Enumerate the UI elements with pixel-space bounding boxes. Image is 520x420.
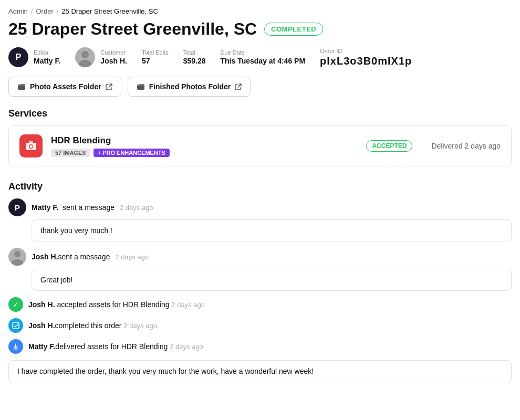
event-text-completed: Josh H.completed this order 2 days ago [28,321,157,330]
total-label: Total [183,49,206,56]
customer-avatar-2 [8,248,26,266]
customer-avatar [75,47,95,67]
delivered-icon [8,339,23,354]
breadcrumb: Admin / Order / 25 Draper Street Greenvi… [8,7,512,15]
page-title: 25 Draper Street Greenville, SC [8,19,257,39]
service-status-badge: ACCEPTED [366,140,412,152]
activity-time-2: 2 days ago [115,253,149,261]
tag-pro: + PRO ENHANCEMENTS [93,149,170,157]
finished-photos-folder-label: Finished Photos Folder [149,82,231,91]
customer-name: Josh H. [100,57,127,65]
total-edits-value: 57 [142,57,169,65]
activity-header-1: P Matty F. sent a message 2 days ago [8,198,512,216]
meta-row: P Editor Matty F. Customer Josh H. Tot [8,47,512,67]
editor-icon: P [8,47,28,67]
event-text-delivered: Matty F.delivered assets for HDR Blendin… [28,342,203,351]
order-id-label: Order ID [320,48,412,54]
svg-point-7 [30,145,33,148]
activity-section-title: Activity [8,181,512,192]
order-id-block: Order ID pIxL3o3B0mIX1p [320,48,412,67]
activity-bubble-delivered: I have completed the order, thank you ve… [8,360,512,382]
activity-item-1: P Matty F. sent a message 2 days ago tha… [8,198,512,242]
editor-name: Matty F. [34,57,60,65]
services-section-title: Services [8,108,512,119]
due-date-block: Due Date This Tuesday at 4:46 PM [221,49,306,65]
camera-icon [25,140,37,152]
service-icon-box [19,134,43,158]
external-link-icon-2 [235,83,242,90]
event-time-accepted: 2 days ago [171,301,205,309]
activity-sender-2: Josh H.sent a message [32,253,110,261]
event-item-accepted: ✓ Josh H. accepted assets for HDR Blendi… [8,297,512,312]
customer-block: Customer Josh H. [75,47,127,67]
total-edits-block: Total Edits 57 [142,49,169,65]
folder-icon [17,82,26,91]
svg-rect-13 [13,349,18,350]
status-badge: COMPLETED [264,23,323,36]
service-tags: 57 IMAGES + PRO ENHANCEMENTS [51,149,358,157]
activity-section: P Matty F. sent a message 2 days ago tha… [8,198,512,382]
editor-label: Editor [34,49,60,56]
folder-row: Photo Assets Folder Finished Photos Fold… [8,77,512,97]
tag-images: 57 IMAGES [51,149,90,157]
event-item-delivered: Matty F.delivered assets for HDR Blendin… [8,339,512,354]
activity-time-1: 2 days ago [120,204,153,212]
activity-item-2: Josh H.sent a message 2 days ago Great j… [8,248,512,291]
completed-icon [8,318,23,333]
delivered-svg-icon [12,343,19,350]
completed-svg-icon [12,322,19,329]
finished-photos-folder-button[interactable]: Finished Photos Folder [128,77,251,97]
total-edits-label: Total Edits [142,49,169,56]
service-delivered: Delivered 2 days ago [431,142,501,150]
activity-header-2: Josh H.sent a message 2 days ago [8,248,512,266]
service-name: HDR Blending [51,135,358,146]
activity-bubble-1: thank you very much ! [32,219,512,242]
editor-avatar-1: P [8,198,26,216]
total-value: $59.28 [183,57,206,65]
event-text-accepted: Josh H. accepted assets for HDR Blending… [28,300,205,309]
external-link-icon [106,83,112,90]
breadcrumb-sep2: / [57,7,59,15]
svg-point-1 [81,51,89,58]
total-block: Total $59.28 [183,49,206,65]
due-date-value: This Tuesday at 4:46 PM [221,57,306,65]
breadcrumb-sep1: / [31,7,33,15]
editor-block: P Editor Matty F. [8,47,60,67]
due-date-label: Due Date [221,49,306,56]
svg-rect-8 [29,141,33,143]
event-item-completed: Josh H.completed this order 2 days ago [8,318,512,333]
breadcrumb-admin[interactable]: Admin [8,7,28,15]
event-time-delivered: 2 days ago [170,343,203,351]
breadcrumb-order[interactable]: Order [36,7,53,15]
event-time-completed: 2 days ago [123,322,157,330]
photo-assets-folder-button[interactable]: Photo Assets Folder [8,77,121,97]
activity-sender-1: Matty F. sent a message [32,203,115,212]
title-row: 25 Draper Street Greenville, SC COMPLETE… [8,19,512,39]
services-card: HDR Blending 57 IMAGES + PRO ENHANCEMENT… [8,125,512,166]
accepted-icon: ✓ [8,297,23,312]
activity-bubble-2: Great job! [32,269,512,291]
folder-icon-2 [137,82,145,91]
breadcrumb-current: 25 Draper Street Greenville, SC [61,7,158,15]
customer-label: Customer [100,49,127,56]
order-id-value: pIxL3o3B0mIX1p [320,55,412,67]
service-info: HDR Blending 57 IMAGES + PRO ENHANCEMENT… [51,135,358,157]
photo-assets-folder-label: Photo Assets Folder [30,82,101,91]
svg-point-10 [14,251,20,257]
